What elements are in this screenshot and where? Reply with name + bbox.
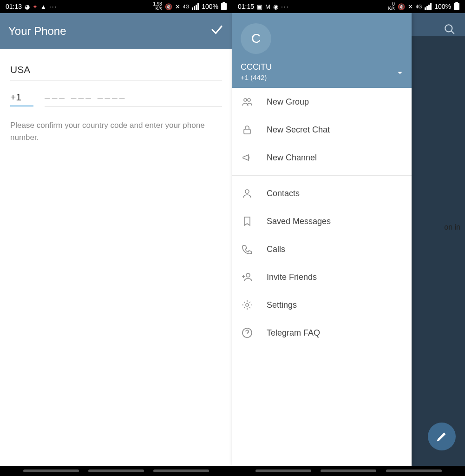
menu-item-label: New Channel: [267, 153, 317, 163]
svg-point-5: [245, 190, 249, 193]
app-icon-3: ▲: [40, 3, 46, 10]
nav-recent[interactable]: [23, 469, 79, 472]
navigation-drawer: C CCCiTU +1 (442) New Group New Secret C…: [232, 13, 412, 466]
nav-home[interactable]: [88, 469, 144, 472]
phone-icon: [242, 244, 253, 255]
person-icon: [242, 188, 253, 199]
menu-item-saved[interactable]: Saved Messages: [232, 207, 412, 235]
menu-item-contacts[interactable]: Contacts: [232, 179, 412, 207]
status-left-cluster-r: 01:15 ▣ M ◉ ···: [238, 3, 289, 10]
account-switch-toggle[interactable]: [397, 70, 403, 78]
menu-item-label: Saved Messages: [267, 217, 331, 226]
image-icon: ▣: [257, 3, 262, 10]
status-time: 01:13: [6, 3, 22, 10]
battery-percent: 100%: [434, 3, 451, 10]
menu-item-faq[interactable]: Telegram FAQ: [232, 319, 412, 347]
chat-icon: ◉: [273, 3, 278, 10]
mail-icon: M: [265, 3, 270, 10]
country-select[interactable]: USA: [10, 60, 222, 80]
notification-overflow-icon: ···: [281, 3, 289, 10]
network-type: 4G: [183, 4, 189, 9]
menu-item-label: New Secret Chat: [267, 125, 330, 135]
svg-point-0: [445, 25, 452, 32]
battery-icon: [221, 3, 227, 10]
menu-item-new-secret[interactable]: New Secret Chat: [232, 116, 412, 144]
network-type: 4G: [416, 4, 422, 9]
confirm-button[interactable]: [210, 23, 224, 40]
battery-percent: 100%: [202, 3, 218, 10]
menu-item-new-channel[interactable]: New Channel: [232, 144, 412, 172]
status-left-cluster: 01:13 ◕ ✦ ▲ ···: [6, 3, 58, 10]
nav-recent[interactable]: [255, 469, 311, 472]
nav-back[interactable]: [153, 469, 209, 472]
battery-icon: [454, 3, 459, 10]
network-speed: 1.93 K/s: [153, 2, 162, 11]
background-scrim[interactable]: [412, 36, 465, 466]
network-speed: 0 K/s: [388, 2, 394, 11]
search-icon: [444, 23, 456, 35]
chevron-down-icon: [397, 70, 403, 76]
group-icon: [242, 96, 253, 107]
status-bar-left: 01:13 ◕ ✦ ▲ ··· 1.93 K/s 🔇 ✕ 4G 100%: [0, 0, 232, 13]
mute-icon: 🔇: [165, 3, 172, 10]
menu-item-invite[interactable]: Invite Friends: [232, 263, 412, 291]
drawer-header[interactable]: C CCCiTU +1 (442): [232, 13, 412, 88]
check-icon: [210, 23, 224, 37]
page-title: Your Phone: [8, 25, 66, 38]
dial-code-input[interactable]: +1: [10, 92, 33, 106]
svg-line-1: [451, 31, 454, 34]
svg-rect-4: [244, 129, 250, 134]
compose-fab[interactable]: [428, 423, 456, 450]
menu-item-label: Calls: [267, 245, 285, 254]
help-icon: [242, 327, 253, 338]
add-person-icon: [242, 271, 253, 283]
notification-overflow-icon: ···: [49, 3, 58, 10]
status-bar-right: 01:15 ▣ M ◉ ··· 0 K/s 🔇 ✕ 4G 100%: [232, 0, 465, 13]
svg-point-3: [248, 99, 250, 101]
screenshot-left: 01:13 ◕ ✦ ▲ ··· 1.93 K/s 🔇 ✕ 4G 100% You…: [0, 0, 232, 476]
menu-separator: [232, 175, 412, 176]
svg-point-7: [246, 304, 249, 306]
appbar-login: Your Phone: [0, 13, 232, 49]
status-right-cluster: 1.93 K/s 🔇 ✕ 4G 100%: [153, 2, 227, 11]
status-right-cluster-r: 0 K/s 🔇 ✕ 4G 100%: [388, 2, 459, 11]
menu-item-label: Invite Friends: [267, 272, 317, 282]
menu-item-new-group[interactable]: New Group: [232, 88, 412, 116]
phone-number-input[interactable]: ––– ––– ––––: [45, 92, 222, 106]
android-navbar-left: [0, 466, 232, 476]
pencil-icon: [436, 431, 447, 442]
android-navbar-right: [232, 466, 465, 476]
screenshot-right: 01:15 ▣ M ◉ ··· 0 K/s 🔇 ✕ 4G 100% on in …: [232, 0, 465, 476]
bookmark-icon: [242, 216, 253, 227]
avatar[interactable]: C: [241, 23, 271, 54]
wifi-icon: ✕: [175, 3, 180, 10]
status-time: 01:15: [238, 3, 254, 10]
account-phone: +1 (442): [241, 73, 403, 81]
svg-point-2: [244, 99, 247, 101]
mute-icon: 🔇: [398, 3, 405, 10]
account-name: CCCiTU: [241, 62, 403, 72]
login-form: USA +1 ––– ––– –––– Please confirm your …: [0, 49, 232, 143]
signal-icon: [425, 3, 432, 10]
menu-item-settings[interactable]: Settings: [232, 291, 412, 319]
login-help-text: Please confirm your country code and ent…: [10, 119, 222, 143]
background-text-fragment: on in: [444, 223, 460, 231]
app-icon-2: ✦: [33, 3, 38, 10]
nav-back[interactable]: [386, 469, 442, 472]
menu-item-label: Settings: [267, 300, 297, 310]
menu-item-label: Contacts: [267, 189, 300, 198]
signal-icon: [192, 3, 199, 10]
svg-point-6: [246, 273, 250, 277]
menu-item-calls[interactable]: Calls: [232, 235, 412, 263]
menu-item-label: Telegram FAQ: [267, 328, 320, 338]
lock-icon: [242, 124, 253, 135]
app-icon-1: ◕: [25, 3, 30, 10]
megaphone-icon: [242, 152, 253, 163]
menu-item-label: New Group: [267, 97, 309, 107]
nav-home[interactable]: [321, 469, 376, 472]
gear-icon: [242, 299, 253, 311]
drawer-menu: New Group New Secret Chat New Channel Co…: [232, 88, 412, 466]
wifi-icon: ✕: [408, 3, 413, 10]
